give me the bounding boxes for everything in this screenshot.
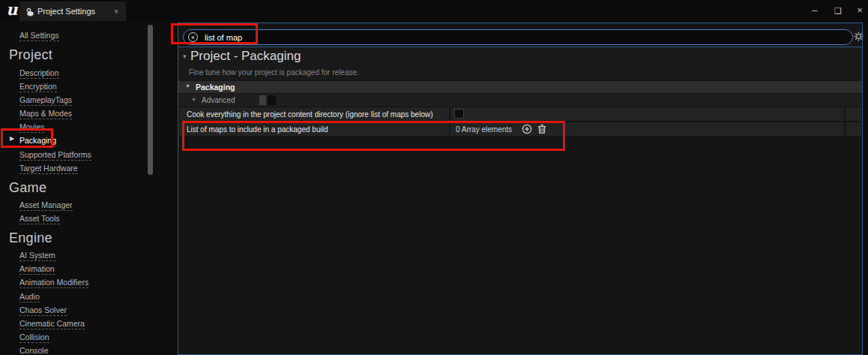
window-minimize-button[interactable]: – [807, 0, 823, 21]
annotation-box-packaging-item [1, 128, 53, 148]
sidebar-item-target-hardware[interactable]: Target Hardware [19, 164, 78, 173]
section-collapse-icon[interactable]: ▾ [183, 53, 187, 60]
project-settings-window: u Project Settings × – ❑ × All Settings … [0, 0, 868, 355]
sidebar-item-maps-modes[interactable]: Maps & Modes [19, 109, 72, 118]
sidebar-item-ai-system[interactable]: AI System [19, 251, 55, 260]
sidebar-item-encryption[interactable]: Encryption [19, 82, 57, 91]
advanced-collapse-icon[interactable]: ▼ [191, 97, 196, 102]
sidebar-item-console[interactable]: Console [19, 346, 49, 355]
sidebar-item-asset-manager[interactable]: Asset Manager [19, 200, 73, 209]
sidebar-item-collision[interactable]: Collision [19, 332, 49, 341]
unreal-engine-logo-icon: u [4, 0, 20, 21]
setting-row-cook-everything: Cook everything in the project content d… [179, 107, 861, 121]
sidebar-scrollbar[interactable] [148, 25, 153, 175]
sidebar-item-cinematic-camera[interactable]: Cinematic Camera [19, 319, 85, 328]
tab-title: Project Settings [37, 7, 95, 16]
advanced-subsection[interactable]: ▼ Advanced [179, 94, 861, 107]
settings-sidebar: All Settings Project Description Encrypt… [0, 21, 178, 355]
sidebar-item-supported-platforms[interactable]: Supported Platforms [19, 150, 91, 159]
settings-search-input[interactable] [205, 30, 834, 44]
sidebar-section-project: Project [9, 47, 52, 63]
sidebar-item-animation-modifiers[interactable]: Animation Modifiers [19, 278, 88, 287]
sidebar-item-audio[interactable]: Audio [19, 292, 40, 301]
settings-main-panel: × ▾ Project - Packaging Fine tune how yo… [178, 23, 863, 355]
sidebar-item-gameplaytags[interactable]: GameplayTags [19, 95, 72, 104]
tab-close-icon[interactable]: × [111, 6, 121, 17]
project-settings-icon [25, 7, 35, 20]
window-maximize-button[interactable]: ❑ [830, 0, 846, 21]
tab-project-settings[interactable]: Project Settings × [19, 2, 126, 21]
cook-everything-checkbox[interactable] [454, 109, 464, 119]
search-settings-gear-icon[interactable] [853, 31, 864, 45]
sidebar-item-description[interactable]: Description [19, 68, 59, 77]
category-header-packaging[interactable]: ▼ Packaging [178, 81, 862, 93]
annotation-box-list-of-maps-row [182, 121, 565, 151]
page-title: Project - Packaging [190, 49, 301, 64]
title-bar: u Project Settings × – ❑ × [0, 0, 868, 21]
sidebar-item-animation[interactable]: Animation [19, 264, 55, 273]
category-collapse-icon[interactable]: ▼ [185, 83, 190, 89]
setting-label: Cook everything in the project content d… [187, 110, 433, 119]
annotation-box-search [171, 23, 258, 44]
settings-search-field[interactable]: × [183, 29, 853, 45]
sidebar-section-engine: Engine [9, 230, 52, 246]
window-close-button[interactable]: × [852, 0, 868, 21]
column-splitter[interactable] [449, 107, 450, 121]
sidebar-item-chaos-solver[interactable]: Chaos Solver [19, 305, 67, 314]
reset-column-splitter [844, 107, 846, 121]
reset-column-splitter [844, 122, 846, 136]
section-header: ▾ Project - Packaging Fine tune how your… [178, 47, 862, 80]
mouse-cursor-artifact-shadow [268, 95, 276, 105]
category-label: Packaging [196, 83, 235, 92]
mouse-cursor-artifact [259, 95, 266, 105]
sidebar-item-asset-tools[interactable]: Asset Tools [19, 214, 60, 223]
page-subtitle: Fine tune how your project is packaged f… [189, 68, 359, 77]
sidebar-section-game: Game [9, 180, 46, 196]
advanced-label: Advanced [202, 96, 235, 104]
sidebar-item-all-settings[interactable]: All Settings [19, 31, 59, 40]
